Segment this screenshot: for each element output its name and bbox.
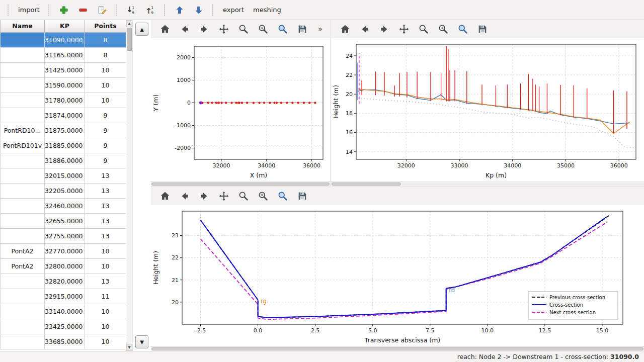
- plan-view-chart[interactable]: 320003400036000-2000-1000010002000X (m)Y…: [151, 38, 330, 182]
- cell-points[interactable]: 9: [85, 153, 126, 168]
- table-row[interactable]: 31590.000010: [1, 77, 126, 93]
- table-row[interactable]: 33685.000010: [1, 334, 126, 349]
- cell-points[interactable]: 8: [85, 32, 126, 47]
- cell-points[interactable]: 13: [85, 168, 126, 183]
- cell-kp[interactable]: 32770.0000: [45, 243, 85, 258]
- cell-kp[interactable]: 31780.0000: [45, 93, 85, 108]
- cell-kp[interactable]: 32655.0000: [45, 213, 85, 228]
- sort-ascending-button[interactable]: [122, 3, 140, 17]
- table-row[interactable]: 33425.000010: [1, 319, 126, 334]
- cell-kp[interactable]: 32015.0000: [45, 168, 85, 183]
- zoom-auto-button[interactable]: [277, 190, 289, 202]
- scroll-up-button[interactable]: ▲: [126, 20, 132, 27]
- cell-kp[interactable]: 31165.0000: [45, 47, 85, 62]
- plan-view-hscrollbar[interactable]: [151, 182, 330, 186]
- table-row[interactable]: PontRD101v31885.00009: [1, 138, 126, 153]
- home-button[interactable]: [159, 23, 171, 35]
- scroll-down-button[interactable]: ▼: [126, 344, 132, 351]
- scrollbar-thumb[interactable]: [151, 183, 330, 186]
- cell-kp[interactable]: 32460.0000: [45, 198, 85, 213]
- cell-name[interactable]: [1, 47, 45, 62]
- cell-name[interactable]: [1, 198, 45, 213]
- cell-name[interactable]: PontA2: [1, 258, 45, 274]
- save-figure-button[interactable]: [296, 23, 308, 35]
- cell-points[interactable]: 9: [85, 108, 126, 123]
- table-row[interactable]: 32205.000013: [1, 183, 126, 198]
- cell-kp[interactable]: 32755.0000: [45, 228, 85, 243]
- meshing-button[interactable]: meshing: [249, 4, 285, 16]
- zoom-button[interactable]: [237, 23, 250, 35]
- cross-section-figure[interactable]: -2.50.02.55.07.510.012.515.020212223rgrd…: [151, 205, 644, 346]
- zoom-button[interactable]: [237, 190, 250, 202]
- cell-name[interactable]: [1, 32, 45, 47]
- remove-cross-section-button[interactable]: [74, 3, 92, 17]
- scrollbar-thumb[interactable]: [151, 347, 643, 350]
- column-header-points[interactable]: Points: [85, 20, 126, 32]
- cell-name[interactable]: PontRD10...: [1, 123, 45, 138]
- pan-button[interactable]: [218, 23, 230, 35]
- column-header-name[interactable]: Name: [1, 20, 45, 32]
- cell-points[interactable]: 13: [85, 183, 126, 198]
- scrollbar-track[interactable]: [126, 51, 132, 344]
- cell-name[interactable]: [1, 93, 45, 108]
- zoom-in-button[interactable]: [257, 190, 269, 202]
- page-up-button[interactable]: ▲: [135, 23, 148, 36]
- cell-points[interactable]: 10: [85, 77, 126, 93]
- cell-name[interactable]: [1, 289, 45, 304]
- longitudinal-profile-figure[interactable]: 3200033000340003500036000141618202224Kp …: [331, 38, 644, 182]
- forward-button[interactable]: [198, 23, 210, 35]
- cell-name[interactable]: PontRD101v: [1, 138, 45, 153]
- zoom-auto-button[interactable]: [277, 23, 289, 35]
- cell-name[interactable]: [1, 274, 45, 289]
- table-row[interactable]: 32655.000013: [1, 213, 126, 228]
- move-up-button[interactable]: [171, 3, 189, 17]
- toolbar-overflow-button[interactable]: »: [318, 25, 323, 34]
- cell-points[interactable]: 10: [85, 243, 126, 258]
- export-button[interactable]: export: [219, 4, 248, 16]
- cell-name[interactable]: [1, 319, 45, 334]
- cell-points[interactable]: 13: [85, 228, 126, 243]
- move-down-button[interactable]: [190, 3, 208, 17]
- table-scrollbar[interactable]: ▲ ▼: [126, 20, 132, 351]
- table-row[interactable]: 31886.00009: [1, 153, 126, 168]
- cell-name[interactable]: [1, 108, 45, 123]
- cell-points[interactable]: 10: [85, 62, 126, 77]
- cross-section-chart[interactable]: -2.50.02.55.07.510.012.515.020212223rgrd…: [151, 205, 644, 346]
- scrollbar-thumb[interactable]: [127, 28, 132, 51]
- table-row[interactable]: PontA232800.000010: [1, 258, 126, 274]
- cell-points[interactable]: 13: [85, 198, 126, 213]
- cell-name[interactable]: [1, 213, 45, 228]
- table-row[interactable]: PontA232770.000010: [1, 243, 126, 258]
- cell-kp[interactable]: 31886.0000: [45, 153, 85, 168]
- cell-points[interactable]: 8: [85, 47, 126, 62]
- table-row[interactable]: 31165.00008: [1, 47, 126, 62]
- pan-button[interactable]: [218, 190, 230, 202]
- cell-kp[interactable]: 32915.0000: [45, 289, 85, 304]
- cell-kp[interactable]: 31590.0000: [45, 77, 85, 93]
- page-down-button[interactable]: ▼: [135, 335, 148, 348]
- save-figure-button[interactable]: [296, 190, 308, 202]
- back-button[interactable]: [179, 23, 191, 35]
- cell-name[interactable]: [1, 62, 45, 77]
- zoom-in-button[interactable]: [437, 23, 449, 35]
- table-row[interactable]: 33140.000010: [1, 304, 126, 319]
- table-row[interactable]: 32015.000013: [1, 168, 126, 183]
- cell-points[interactable]: 10: [85, 258, 126, 274]
- cell-kp[interactable]: 31875.0000: [45, 123, 85, 138]
- forward-button[interactable]: [198, 190, 210, 202]
- cell-kp[interactable]: 33140.0000: [45, 304, 85, 319]
- edit-cross-section-button[interactable]: [93, 3, 111, 17]
- cell-name[interactable]: [1, 77, 45, 93]
- zoom-auto-button[interactable]: [457, 23, 469, 35]
- zoom-button[interactable]: [418, 23, 430, 35]
- cell-points[interactable]: 11: [85, 289, 126, 304]
- cell-points[interactable]: 13: [85, 274, 126, 289]
- cell-kp[interactable]: 32820.0000: [45, 274, 85, 289]
- table-row[interactable]: 31425.000010: [1, 62, 126, 77]
- column-header-kp[interactable]: KP: [45, 20, 85, 32]
- table-row[interactable]: 32915.000011: [1, 289, 126, 304]
- table-row[interactable]: 32755.000013: [1, 228, 126, 243]
- home-button[interactable]: [159, 190, 171, 202]
- table-row[interactable]: 31090.00008: [1, 32, 126, 47]
- table-row[interactable]: 31780.000010: [1, 93, 126, 108]
